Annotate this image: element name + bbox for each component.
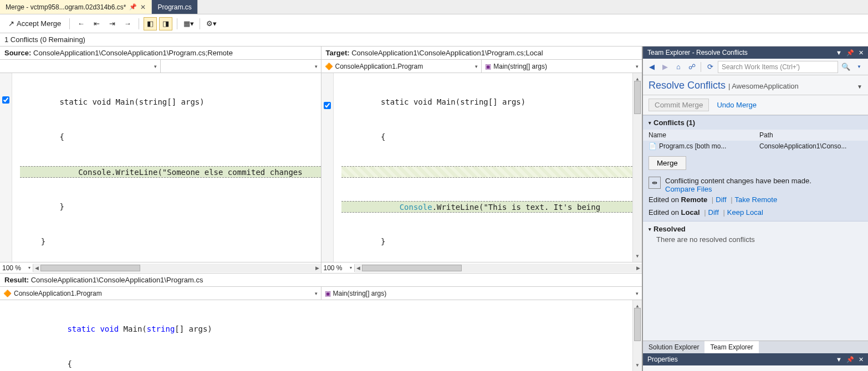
separator	[69, 18, 70, 29]
target-take-checkbox[interactable]	[324, 102, 331, 109]
target-member-dropdown[interactable]: ▣Main(string[] args)	[482, 60, 642, 73]
search-dropdown-icon[interactable]: ▼	[854, 61, 865, 73]
target-code-area[interactable]: static void Main(string[] args) { Consol…	[321, 73, 642, 262]
target-zoom-dropdown[interactable]: 100 %	[321, 264, 355, 272]
source-header: Source: ConsoleApplication1\ConsoleAppli…	[0, 47, 321, 60]
connect-icon[interactable]: ☍	[686, 61, 697, 73]
panel-title: Team Explorer - Resolve Conflicts	[647, 49, 748, 56]
take-remote-link[interactable]: Take Remote	[735, 195, 778, 204]
close-icon[interactable]: ✕	[859, 356, 864, 363]
tab-solution-explorer[interactable]: Solution Explorer	[643, 341, 704, 353]
separator	[200, 18, 200, 29]
outline-gutter	[0, 300, 28, 371]
compare-files-link[interactable]: Compare Files	[665, 185, 712, 193]
conflict-message: Conflicting content changes have been ma…	[665, 177, 811, 185]
resolved-message: There are no resolved conflicts	[649, 233, 862, 246]
result-member-dropdown[interactable]: ▣Main(string[] args)	[321, 287, 642, 300]
target-v-scrollbar[interactable]	[632, 73, 642, 262]
target-header: Target: ConsoleApplication1\ConsoleAppli…	[321, 47, 642, 60]
nav-prev-icon[interactable]: ⇤	[90, 17, 103, 30]
source-pane: Source: ConsoleApplication1\ConsoleAppli…	[0, 47, 321, 273]
refresh-icon[interactable]: ⟳	[704, 61, 716, 73]
separator	[177, 18, 177, 29]
source-zoom-dropdown[interactable]: 100 %	[0, 264, 33, 272]
accept-merge-label: Accept Merge	[17, 19, 61, 28]
result-v-scrollbar[interactable]	[632, 300, 642, 371]
source-class-dropdown[interactable]	[0, 60, 161, 73]
dropdown-icon[interactable]: ▼	[836, 356, 842, 363]
tab-label: Merge - vctmp958...ogram.02d314b6.cs*	[6, 3, 126, 11]
diff-remote-link[interactable]: Diff	[716, 195, 726, 204]
result-header: Result: ConsoleApplication1\ConsoleAppli…	[0, 273, 642, 287]
outline-gutter	[12, 73, 20, 262]
properties-title: Properties	[647, 355, 678, 363]
merge-button[interactable]: Merge	[649, 156, 686, 170]
close-icon[interactable]: ✕	[140, 3, 146, 11]
forward-icon[interactable]: ▶	[660, 61, 671, 73]
method-icon: ▣	[485, 63, 491, 70]
tab-merge-file[interactable]: Merge - vctmp958...ogram.02d314b6.cs* 📌 …	[0, 0, 152, 14]
team-explorer-panel: Team Explorer - Resolve Conflicts ▼ 📌 ✕ …	[642, 47, 868, 371]
source-take-checkbox[interactable]	[2, 96, 9, 104]
tab-label: Program.cs	[157, 3, 191, 11]
layout-right-icon[interactable]: ◨	[159, 17, 172, 30]
conflict-row[interactable]: 📄Program.cs [both mo... ConsoleApplicati…	[643, 141, 868, 152]
resolved-section-header[interactable]: Resolved	[649, 225, 862, 233]
target-pane: Target: ConsoleApplication1\ConsoleAppli…	[321, 47, 642, 273]
file-icon: 📄	[649, 142, 657, 150]
properties-body	[643, 365, 868, 371]
properties-title-bar: Properties ▼ 📌 ✕	[643, 353, 868, 365]
result-code-area[interactable]: static void Main(string[] args) { Consol…	[0, 300, 642, 371]
target-class-dropdown[interactable]: 🔶ConsoleApplication1.Program	[321, 60, 482, 73]
class-icon: 🔶	[325, 63, 333, 70]
document-tab-bar: Merge - vctmp958...ogram.02d314b6.cs* 📌 …	[0, 0, 868, 14]
source-member-dropdown[interactable]	[161, 60, 321, 73]
nav-next-icon[interactable]: ⇥	[105, 17, 119, 30]
tab-program-cs[interactable]: Program.cs	[152, 0, 197, 14]
merge-toolbar: ↗ Accept Merge ← ⇤ ⇥ → ◧ ◨ ▦▾ ⚙▾	[0, 14, 868, 33]
tab-team-explorer[interactable]: Team Explorer	[704, 341, 758, 353]
conflicts-section-header[interactable]: Conflicts (1)	[643, 116, 868, 130]
diff-local-link[interactable]: Diff	[708, 208, 719, 217]
nav-last-icon[interactable]: →	[121, 17, 134, 30]
settings-icon[interactable]: ⚙▾	[205, 17, 218, 30]
result-class-dropdown[interactable]: 🔶ConsoleApplication1.Program	[0, 287, 321, 300]
sidebar-tabs: Solution Explorer Team Explorer	[643, 341, 868, 353]
search-icon[interactable]: 🔍	[840, 61, 851, 73]
close-icon[interactable]: ✕	[859, 49, 864, 56]
pin-icon[interactable]: 📌	[846, 356, 854, 363]
accept-merge-icon: ↗	[8, 19, 14, 28]
home-icon[interactable]: ⌂	[673, 61, 684, 73]
class-icon: 🔶	[3, 290, 12, 297]
nav-first-icon[interactable]: ←	[74, 17, 88, 30]
conflicts-summary: 1 Conflicts (0 Remaining)	[0, 33, 868, 47]
heading-dropdown-icon[interactable]: ▼	[857, 84, 862, 90]
panel-toolbar: ◀ ▶ ⌂ ☍ ⟳ Search Work Items (Ctrl+') 🔍 ▼	[643, 59, 868, 75]
accept-merge-button[interactable]: ↗ Accept Merge	[4, 17, 65, 30]
commit-merge-button: Commit Merge	[649, 99, 709, 111]
conflict-icon: ⇹	[649, 177, 661, 189]
target-h-scrollbar[interactable]	[355, 264, 642, 272]
source-h-scrollbar[interactable]	[33, 264, 321, 272]
outline-gutter	[334, 73, 341, 262]
grid-icon[interactable]: ▦▾	[182, 17, 195, 30]
conflicts-table-header: NamePath	[643, 130, 868, 141]
keep-local-link[interactable]: Keep Local	[727, 208, 763, 217]
undo-merge-link[interactable]: Undo Merge	[717, 101, 757, 109]
separator	[139, 18, 139, 29]
page-heading: Resolve Conflicts | AwesomeApplication ▼	[643, 75, 868, 95]
pin-icon[interactable]: 📌	[129, 3, 137, 11]
method-icon: ▣	[325, 290, 331, 297]
back-icon[interactable]: ◀	[646, 61, 657, 73]
layout-left-icon[interactable]: ◧	[144, 17, 157, 30]
source-code-area[interactable]: static void Main(string[] args) { Consol…	[0, 73, 321, 262]
search-input[interactable]: Search Work Items (Ctrl+')	[718, 61, 838, 73]
panel-title-bar: Team Explorer - Resolve Conflicts ▼ 📌 ✕	[643, 47, 868, 59]
pin-icon[interactable]: 📌	[846, 49, 854, 56]
dropdown-icon[interactable]: ▼	[836, 49, 842, 56]
